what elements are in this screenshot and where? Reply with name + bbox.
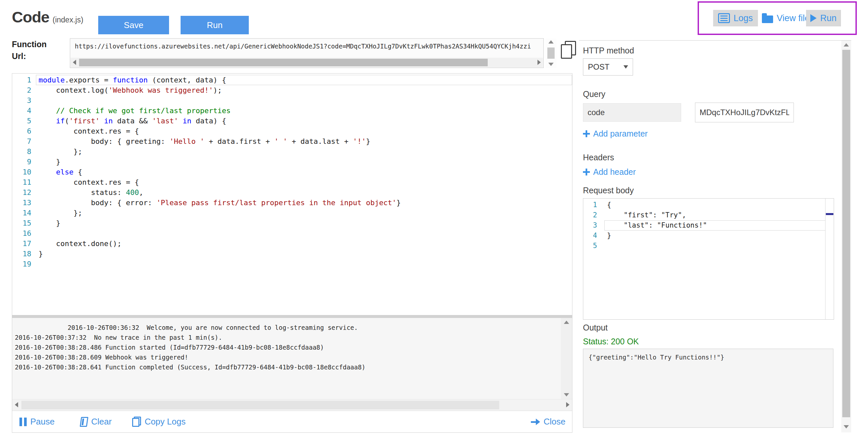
code-editor[interactable]: 1module.exports = function (context, dat… (12, 74, 572, 315)
scroll-left-icon[interactable] (73, 60, 76, 65)
scroll-up-icon[interactable] (564, 321, 569, 324)
save-button[interactable]: Save (98, 16, 169, 34)
copy-logs-button[interactable]: Copy Logs (132, 417, 186, 427)
clear-label: Clear (91, 417, 112, 427)
scroll-left-icon[interactable] (15, 402, 18, 407)
request-body-editor[interactable]: 1{2 "first": "Try",3 "last": "Functions!… (583, 198, 834, 320)
scroll-down-icon[interactable] (548, 63, 554, 66)
code-line[interactable]: 15 } (12, 218, 572, 228)
panel-v-scrollbar[interactable] (841, 40, 851, 433)
run-button[interactable]: Run (181, 16, 249, 34)
copy-url-icon[interactable] (561, 41, 576, 59)
query-value-input[interactable] (695, 102, 794, 122)
function-url-label: Function Url: (12, 38, 55, 62)
pause-button[interactable]: Pause (20, 417, 55, 427)
code-line[interactable]: 5 (583, 241, 834, 251)
close-button[interactable]: Close (531, 417, 565, 427)
code-line[interactable]: 3 "last": "Functions!" (583, 220, 834, 231)
output-status: Status: 200 OK (583, 337, 639, 346)
code-line[interactable]: 1module.exports = function (context, dat… (12, 75, 572, 85)
code-line[interactable]: 6 context.res = { (12, 126, 572, 136)
code-lines: 1module.exports = function (context, dat… (12, 75, 572, 269)
logs-panel[interactable]: 2016-10-26T00:36:32 Welcome, you are now… (12, 318, 572, 399)
line-number: 1 (583, 200, 604, 210)
code-line[interactable]: 2 "first": "Try", (583, 210, 834, 220)
scroll-down-icon[interactable] (564, 393, 569, 396)
code-line[interactable]: 16 (12, 228, 572, 238)
logs-v-scrollbar[interactable] (561, 318, 572, 399)
code-line[interactable]: 19 (12, 259, 572, 269)
url-h-scrollbar-thumb[interactable] (79, 59, 488, 66)
function-url-field[interactable]: https://ilovefunctions.azurewebsites.net… (70, 38, 544, 68)
line-number: 5 (12, 116, 36, 126)
code-line[interactable]: 1{ (583, 200, 834, 210)
scroll-up-icon[interactable] (548, 40, 554, 43)
url-v-scrollbar-thumb[interactable] (547, 48, 555, 59)
http-method-select[interactable]: POST (583, 58, 633, 76)
logs-h-scrollbar[interactable] (12, 399, 572, 411)
code-line[interactable]: 13 body: { error: 'Please pass first/las… (12, 198, 572, 208)
line-number: 8 (12, 146, 36, 157)
scroll-up-icon[interactable] (844, 43, 849, 47)
logs-action-bar: Pause Clear Copy Logs Close (12, 411, 572, 433)
query-key-input[interactable] (583, 103, 681, 122)
add-header-button[interactable]: Add header (583, 167, 636, 177)
add-parameter-button[interactable]: Add parameter (583, 129, 648, 139)
line-number: 14 (12, 208, 36, 218)
add-header-label: Add header (593, 167, 636, 177)
code-line[interactable]: 12 status: 400, (12, 187, 572, 198)
code-line[interactable]: 10 else { (12, 167, 572, 177)
code-line[interactable]: 8 }; (12, 146, 572, 157)
line-number: 9 (12, 157, 36, 167)
run-toolbar-button[interactable]: Run (806, 10, 841, 26)
clear-icon (80, 417, 88, 427)
function-url-text[interactable]: https://ilovefunctions.azurewebsites.net… (70, 38, 544, 50)
code-line[interactable]: 17 context.done(); (12, 238, 572, 249)
scroll-right-icon[interactable] (537, 60, 541, 65)
ruler-mark (826, 213, 833, 215)
request-body-lines: 1{2 "first": "Try",3 "last": "Functions!… (583, 200, 834, 251)
url-h-scrollbar[interactable] (70, 58, 543, 67)
code-line[interactable]: 11 context.res = { (12, 177, 572, 187)
pause-label: Pause (30, 417, 55, 427)
code-line[interactable]: 9 } (12, 157, 572, 167)
code-line[interactable]: 7 body: { greeting: 'Hello ' + data.firs… (12, 136, 572, 146)
code-line[interactable]: 4 // Check if we got first/last properti… (12, 106, 572, 116)
line-number: 2 (583, 210, 604, 220)
close-label: Close (544, 417, 565, 427)
logs-toolbar-button[interactable]: Logs (713, 10, 758, 26)
page-subtitle: (index.js) (53, 16, 83, 24)
url-v-scrollbar[interactable] (546, 38, 556, 68)
line-number: 6 (12, 126, 36, 136)
line-number: 7 (12, 136, 36, 146)
line-number: 1 (12, 75, 36, 85)
log-line: 2016-10-26T00:37:32 No new trace in the … (15, 332, 552, 342)
http-method-value: POST (588, 62, 609, 71)
logs-h-scrollbar-thumb[interactable] (22, 401, 499, 409)
scroll-right-icon[interactable] (566, 402, 569, 407)
code-line[interactable]: 5 if('first' in data && 'last' in data) … (12, 116, 572, 126)
output-box[interactable]: {"greeting":"Hello Try Functions!!"} (583, 349, 833, 428)
line-number: 2 (12, 85, 36, 95)
panel-v-scrollbar-thumb[interactable] (842, 50, 850, 417)
logs-toolbar-label: Logs (734, 13, 753, 23)
code-line[interactable]: 4} (583, 231, 834, 241)
overview-ruler[interactable] (825, 199, 834, 319)
line-number: 13 (12, 198, 36, 208)
log-lines: 2016-10-26T00:36:32 Welcome, you are now… (12, 318, 572, 372)
code-line[interactable]: 2 context.log('Webhook was triggered!'); (12, 85, 572, 95)
headers-label: Headers (583, 153, 614, 162)
scroll-down-icon[interactable] (844, 425, 849, 429)
line-number: 15 (12, 218, 36, 228)
code-line[interactable]: 3 (12, 95, 572, 106)
arrow-right-icon (531, 418, 540, 425)
code-line[interactable]: 18} (12, 249, 572, 259)
line-number: 3 (12, 95, 36, 106)
page-title: Code (index.js) (12, 8, 83, 26)
code-line[interactable]: 14 }; (12, 208, 572, 218)
log-line: 2016-10-26T00:38:28.609 Webhook was trig… (15, 352, 552, 362)
clear-button[interactable]: Clear (81, 417, 112, 427)
query-label: Query (583, 89, 606, 99)
code-pane: 1module.exports = function (context, dat… (12, 73, 572, 433)
editor-logs-divider[interactable] (12, 315, 572, 318)
